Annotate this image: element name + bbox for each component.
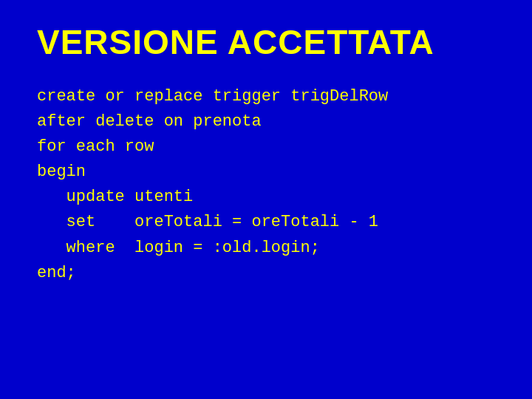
code-line-5: update utenti [37, 185, 495, 210]
code-line-6: set oreTotali = oreTotali - 1 [37, 210, 495, 235]
code-line-7: where login = :old.login; [37, 236, 495, 261]
code-line-1: create or replace trigger trigDelRow [37, 84, 495, 109]
code-line-3: for each row [37, 134, 495, 160]
code-block: create or replace trigger trigDelRow aft… [37, 84, 495, 286]
code-line-8: end; [37, 261, 495, 286]
slide: VERSIONE ACCETTATA create or replace tri… [0, 0, 532, 399]
slide-title: VERSIONE ACCETTATA [37, 22, 495, 62]
code-line-2: after delete on prenota [37, 109, 495, 134]
code-line-4: begin [37, 160, 495, 185]
